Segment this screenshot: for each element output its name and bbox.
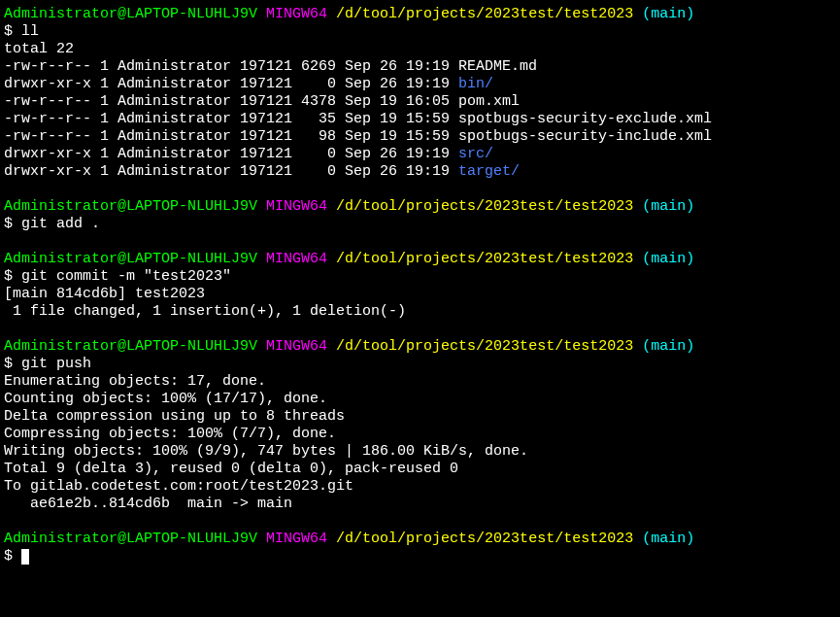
prompt-env: MINGW64 [266, 198, 327, 215]
prompt-branch: (main) [642, 6, 694, 22]
output-line: -rw-r--r-- 1 Administrator 197121 98 Sep… [4, 128, 836, 146]
output-segment: -rw-r--r-- 1 Administrator 197121 4378 S… [4, 93, 458, 110]
prompt-branch: (main) [642, 198, 694, 215]
prompt-symbol: $ [4, 23, 21, 40]
output-line: -rw-r--r-- 1 Administrator 197121 35 Sep… [4, 111, 836, 128]
output-line: Enumerating objects: 17, done. [4, 373, 836, 391]
prompt-path: /d/tool/projects/2023test/test2023 [336, 338, 633, 355]
output-segment: -rw-r--r-- 1 Administrator 197121 98 Sep… [4, 128, 458, 145]
output-segment: [main 814cd6b] test2023 [4, 286, 205, 302]
output-line: drwxr-xr-x 1 Administrator 197121 0 Sep … [4, 163, 836, 181]
prompt-line: Administrator@LAPTOP-NLUHLJ9V MINGW64 /d… [4, 338, 836, 356]
output-segment: Total 9 (delta 3), reused 0 (delta 0), p… [4, 461, 458, 477]
output-segment: total 22 [4, 41, 74, 57]
command-text: ll [21, 23, 39, 40]
output-line: drwxr-xr-x 1 Administrator 197121 0 Sep … [4, 146, 836, 163]
command-text: git push [21, 356, 91, 372]
output-line: Writing objects: 100% (9/9), 747 bytes |… [4, 443, 836, 461]
command-line: $ git commit -m "test2023" [4, 268, 836, 286]
output-segment: Compressing objects: 100% (7/7), done. [4, 426, 336, 442]
output-segment: drwxr-xr-x 1 Administrator 197121 0 Sep … [4, 146, 458, 162]
output-segment: pom.xml [458, 93, 520, 110]
prompt-symbol: $ [4, 548, 21, 565]
prompt-user-host: Administrator@LAPTOP-NLUHLJ9V [4, 198, 257, 215]
section-gap [4, 233, 836, 251]
output-line: To gitlab.codetest.com:root/test2023.git [4, 478, 836, 496]
output-line: Counting objects: 100% (17/17), done. [4, 391, 836, 408]
output-segment: Delta compression using up to 8 threads [4, 408, 345, 425]
prompt-branch: (main) [642, 338, 694, 355]
prompt-symbol: $ [4, 268, 21, 285]
output-segment: Enumerating objects: 17, done. [4, 373, 266, 390]
output-segment: target/ [458, 163, 520, 180]
prompt-user-host: Administrator@LAPTOP-NLUHLJ9V [4, 338, 257, 355]
prompt-line: Administrator@LAPTOP-NLUHLJ9V MINGW64 /d… [4, 251, 836, 268]
output-segment: To gitlab.codetest.com:root/test2023.git [4, 478, 353, 495]
prompt-path: /d/tool/projects/2023test/test2023 [336, 531, 633, 547]
prompt-line: Administrator@LAPTOP-NLUHLJ9V MINGW64 /d… [4, 198, 836, 216]
output-segment: -rw-r--r-- 1 Administrator 197121 35 Sep… [4, 111, 458, 127]
prompt-user-host: Administrator@LAPTOP-NLUHLJ9V [4, 251, 257, 267]
output-segment: drwxr-xr-x 1 Administrator 197121 0 Sep … [4, 76, 458, 92]
output-line: drwxr-xr-x 1 Administrator 197121 0 Sep … [4, 76, 836, 93]
prompt-line: Administrator@LAPTOP-NLUHLJ9V MINGW64 /d… [4, 531, 836, 548]
output-line: total 22 [4, 41, 836, 58]
prompt-path: /d/tool/projects/2023test/test2023 [336, 251, 633, 267]
output-segment: Counting objects: 100% (17/17), done. [4, 391, 327, 407]
output-line: Total 9 (delta 3), reused 0 (delta 0), p… [4, 461, 836, 478]
prompt-branch: (main) [642, 531, 694, 547]
output-line: -rw-r--r-- 1 Administrator 197121 6269 S… [4, 58, 836, 76]
section-gap [4, 513, 836, 531]
prompt-line: Administrator@LAPTOP-NLUHLJ9V MINGW64 /d… [4, 6, 836, 23]
section-gap [4, 321, 836, 338]
output-segment: 1 file changed, 1 insertion(+), 1 deleti… [4, 303, 406, 320]
output-line: ae61e2b..814cd6b main -> main [4, 496, 836, 513]
command-text: git commit -m "test2023" [21, 268, 231, 285]
command-text: git add . [21, 216, 100, 232]
output-segment: src/ [458, 146, 493, 162]
output-segment: spotbugs-security-exclude.xml [458, 111, 712, 127]
output-segment: spotbugs-security-include.xml [458, 128, 712, 145]
output-line: Compressing objects: 100% (7/7), done. [4, 426, 836, 443]
output-line: -rw-r--r-- 1 Administrator 197121 4378 S… [4, 93, 836, 111]
prompt-symbol: $ [4, 216, 21, 232]
prompt-user-host: Administrator@LAPTOP-NLUHLJ9V [4, 6, 257, 22]
command-line: $ git add . [4, 216, 836, 233]
section-gap [4, 181, 836, 198]
output-line: [main 814cd6b] test2023 [4, 286, 836, 303]
terminal-output[interactable]: Administrator@LAPTOP-NLUHLJ9V MINGW64 /d… [4, 6, 836, 566]
command-line[interactable]: $ [4, 548, 836, 566]
prompt-user-host: Administrator@LAPTOP-NLUHLJ9V [4, 531, 257, 547]
output-segment: -rw-r--r-- 1 Administrator 197121 6269 S… [4, 58, 458, 75]
prompt-path: /d/tool/projects/2023test/test2023 [336, 198, 633, 215]
command-line: $ git push [4, 356, 836, 373]
prompt-symbol: $ [4, 356, 21, 372]
output-segment: bin/ [458, 76, 493, 92]
output-segment: Writing objects: 100% (9/9), 747 bytes |… [4, 443, 528, 460]
prompt-path: /d/tool/projects/2023test/test2023 [336, 6, 633, 22]
prompt-env: MINGW64 [266, 531, 327, 547]
command-line: $ ll [4, 23, 836, 41]
cursor [21, 549, 29, 565]
prompt-env: MINGW64 [266, 338, 327, 355]
prompt-env: MINGW64 [266, 6, 327, 22]
output-segment: README.md [458, 58, 537, 75]
output-segment: ae61e2b..814cd6b main -> main [4, 496, 292, 512]
prompt-env: MINGW64 [266, 251, 327, 267]
output-line: 1 file changed, 1 insertion(+), 1 deleti… [4, 303, 836, 321]
prompt-branch: (main) [642, 251, 694, 267]
output-line: Delta compression using up to 8 threads [4, 408, 836, 426]
output-segment: drwxr-xr-x 1 Administrator 197121 0 Sep … [4, 163, 458, 180]
